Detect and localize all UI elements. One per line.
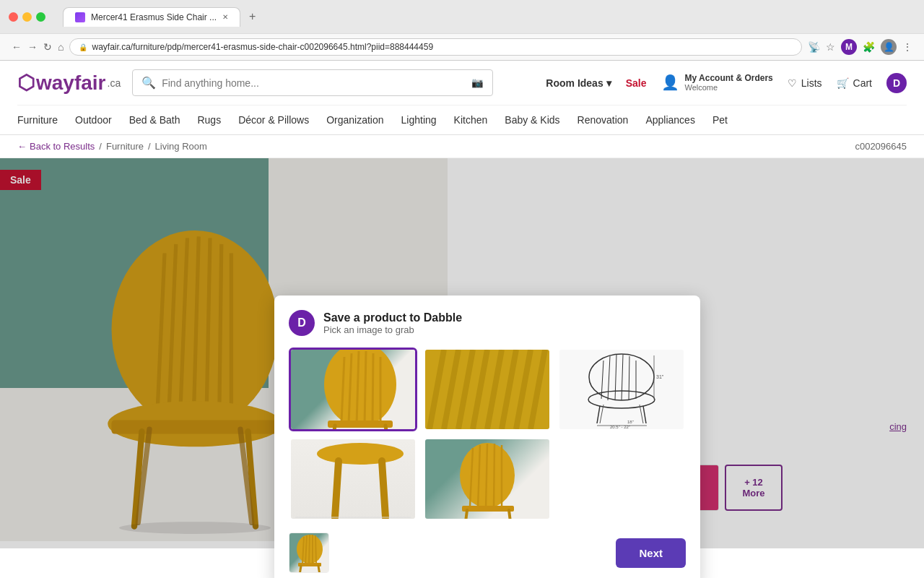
svg-text:20.5" - 22": 20.5" - 22" xyxy=(610,425,630,429)
selected-preview xyxy=(289,532,329,573)
cast-icon: 📡 xyxy=(808,41,820,53)
search-input[interactable] xyxy=(162,77,466,89)
image-thumb-1[interactable] xyxy=(289,348,417,431)
svg-line-39 xyxy=(372,353,373,424)
nav-renovation[interactable]: Renovation xyxy=(578,114,629,126)
heart-icon: ♡ xyxy=(788,77,797,89)
nav-lighting[interactable]: Lighting xyxy=(401,114,437,126)
nav-menu: Furniture Outdoor Bed & Bath Rugs Décor … xyxy=(17,105,907,134)
nav-outdoor[interactable]: Outdoor xyxy=(75,114,112,126)
svg-line-77 xyxy=(494,444,494,509)
site-header: ⬡ wayfair.ca 🔍 📷 Room Ideas ▾ Sale 👤 My … xyxy=(0,61,924,135)
sale-button[interactable]: Sale xyxy=(626,77,647,89)
lists-button[interactable]: ♡ Lists xyxy=(788,77,822,89)
next-button[interactable]: Next xyxy=(616,538,686,568)
room-ideas-button[interactable]: Room Ideas ▾ xyxy=(546,77,611,89)
svg-line-45 xyxy=(444,350,458,429)
nav-appliances[interactable]: Appliances xyxy=(645,114,695,126)
svg-point-69 xyxy=(317,443,404,465)
camera-search-button[interactable]: 📷 xyxy=(471,77,484,88)
browser-profile-avatar[interactable]: 👤 xyxy=(881,39,897,55)
maximize-button[interactable] xyxy=(36,12,45,22)
browser-tab[interactable]: Mercer41 Erasmus Side Chair ... ✕ xyxy=(63,7,240,27)
close-button[interactable] xyxy=(9,12,18,22)
image-thumb-5[interactable] xyxy=(423,437,552,521)
svg-line-70 xyxy=(335,461,339,517)
cart-button[interactable]: 🛒 Cart xyxy=(837,77,872,89)
modal-avatar: D xyxy=(289,310,315,336)
modal-bottom: Next xyxy=(289,532,686,573)
modal-subtitle: Pick an image to grab xyxy=(323,324,462,335)
svg-line-55 xyxy=(615,355,616,400)
svg-text:18": 18" xyxy=(627,420,634,424)
breadcrumb: ← Back to Results / Furniture / Living R… xyxy=(0,135,924,158)
nav-pet[interactable]: Pet xyxy=(712,114,728,126)
minimize-button[interactable] xyxy=(22,12,32,22)
svg-rect-41 xyxy=(328,420,393,428)
modal-title: Save a product to Dabble xyxy=(323,311,462,324)
svg-line-50 xyxy=(516,350,531,429)
svg-line-85 xyxy=(309,535,310,564)
svg-line-90 xyxy=(318,566,320,573)
svg-point-34 xyxy=(324,350,396,426)
svg-line-60 xyxy=(597,406,600,423)
tab-close-icon[interactable]: ✕ xyxy=(222,13,228,21)
nav-rugs[interactable]: Rugs xyxy=(197,114,221,126)
image-thumb-3[interactable]: 31" 20.5" - 22" 18" xyxy=(557,348,686,431)
image-thumb-4[interactable] xyxy=(289,437,417,521)
svg-line-89 xyxy=(300,566,301,573)
bookmark-icon[interactable]: ☆ xyxy=(826,41,835,53)
svg-line-63 xyxy=(640,405,643,423)
svg-line-71 xyxy=(382,461,385,517)
svg-line-47 xyxy=(473,350,487,429)
extensions-icon[interactable]: 🧩 xyxy=(863,41,875,53)
user-avatar[interactable]: D xyxy=(886,73,907,93)
search-bar: 🔍 📷 xyxy=(132,69,493,96)
back-to-results-button[interactable]: ← Back to Results xyxy=(17,141,95,152)
nav-baby-kids[interactable]: Baby & Kids xyxy=(505,114,559,126)
breadcrumb-furniture[interactable]: Furniture xyxy=(106,141,144,152)
nav-furniture[interactable]: Furniture xyxy=(17,114,58,126)
home-button[interactable]: ⌂ xyxy=(58,41,64,53)
svg-line-56 xyxy=(622,355,623,400)
forward-nav-button[interactable]: → xyxy=(27,41,38,53)
svg-line-46 xyxy=(458,350,473,429)
new-tab-button[interactable]: + xyxy=(240,6,264,27)
chevron-down-icon: ▾ xyxy=(606,77,611,89)
nav-decor-pillows[interactable]: Décor & Pillows xyxy=(238,114,309,126)
svg-line-87 xyxy=(315,535,316,564)
svg-line-61 xyxy=(643,406,646,423)
nav-kitchen[interactable]: Kitchen xyxy=(454,114,488,126)
svg-line-51 xyxy=(531,350,545,429)
tab-title: Mercer41 Erasmus Side Chair ... xyxy=(91,12,217,22)
menu-icon[interactable]: ⋮ xyxy=(902,41,912,53)
header-nav: Room Ideas ▾ Sale 👤 My Account & Orders … xyxy=(546,73,907,93)
address-bar[interactable]: 🔒 wayfair.ca/furniture/pdp/mercer41-eras… xyxy=(69,38,802,56)
tab-favicon xyxy=(75,12,85,22)
breadcrumb-living-room[interactable]: Living Room xyxy=(155,141,207,152)
browser-user-avatar[interactable]: M xyxy=(841,39,857,55)
svg-line-49 xyxy=(502,350,516,429)
url-text: wayfair.ca/furniture/pdp/mercer41-erasmu… xyxy=(92,42,433,52)
search-icon: 🔍 xyxy=(141,76,156,90)
svg-line-62 xyxy=(600,405,603,423)
svg-line-57 xyxy=(629,356,629,400)
image-thumb-2[interactable] xyxy=(423,348,552,431)
account-section: 👤 My Account & Orders Welcome xyxy=(661,73,773,93)
images-grid: 31" 20.5" - 22" 18" xyxy=(289,348,686,521)
logo[interactable]: ⬡ wayfair.ca xyxy=(17,71,121,95)
dabble-modal: D Save a product to Dabble Pick an image… xyxy=(274,296,700,578)
lock-icon: 🔒 xyxy=(79,43,87,51)
back-arrow-icon: ← xyxy=(17,141,27,152)
back-nav-button[interactable]: ← xyxy=(12,41,22,53)
svg-rect-79 xyxy=(462,506,514,512)
nav-organization[interactable]: Organization xyxy=(326,114,383,126)
refresh-button[interactable]: ↻ xyxy=(43,41,52,53)
nav-bed-bath[interactable]: Bed & Bath xyxy=(129,114,180,126)
account-person-icon: 👤 xyxy=(661,74,679,91)
svg-line-54 xyxy=(608,356,610,400)
svg-line-44 xyxy=(430,350,444,429)
cart-icon: 🛒 xyxy=(837,77,849,89)
svg-text:31": 31" xyxy=(656,374,664,379)
product-id: c002096645 xyxy=(855,141,907,152)
